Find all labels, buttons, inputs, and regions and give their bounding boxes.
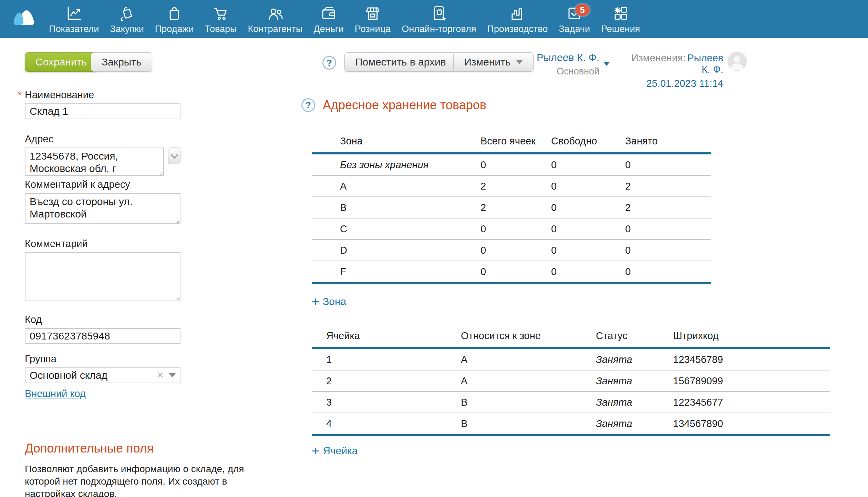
zone-total-cells: 2 bbox=[480, 175, 551, 197]
zones-table: Зона Всего ячеек Свободно Занято Без зон… bbox=[312, 132, 711, 284]
additional-fields-title: Дополнительные поля bbox=[25, 442, 180, 455]
cell-number: 3 bbox=[312, 392, 461, 413]
nav-item-online-trade[interactable]: Онлайн-торговля bbox=[396, 0, 482, 34]
user-name[interactable]: Рылеев К. Ф. bbox=[537, 52, 599, 63]
zones-col-zone: Зона bbox=[312, 132, 480, 153]
add-zone-label: Зона bbox=[323, 296, 346, 307]
help-icon[interactable]: ? bbox=[322, 56, 336, 70]
zone-occupied-cells: 2 bbox=[625, 175, 711, 197]
cell-status: Занята bbox=[596, 348, 673, 370]
name-field-group: *Наименование bbox=[25, 90, 180, 119]
code-label: Код bbox=[25, 314, 180, 325]
save-button[interactable]: Сохранить bbox=[25, 52, 97, 72]
cell-status: Занята bbox=[596, 370, 673, 392]
group-combobox[interactable]: Основной склад ✕ bbox=[25, 367, 180, 383]
address-textarea[interactable]: 12345678, Россия, Московская обл, г Дмит… bbox=[25, 148, 164, 176]
cell-row[interactable]: 2 A Занята 156789099 bbox=[312, 370, 830, 392]
nav-label: Продажи bbox=[155, 23, 194, 34]
nav-item-sales[interactable]: Продажи bbox=[149, 0, 199, 34]
cell-status: Занята bbox=[596, 413, 673, 435]
zone-occupied-cells: 0 bbox=[625, 240, 711, 261]
close-button[interactable]: Закрыть bbox=[91, 52, 152, 72]
person-icon bbox=[727, 52, 747, 71]
zone-occupied-cells: 0 bbox=[625, 218, 711, 240]
nav-item-goods[interactable]: Товары bbox=[199, 0, 242, 34]
zone-free-cells: 0 bbox=[551, 153, 625, 175]
nav-label: Решения bbox=[601, 23, 640, 34]
cell-barcode: 123456789 bbox=[673, 348, 830, 370]
zone-row[interactable]: B 2 0 2 bbox=[312, 197, 711, 218]
chevron-down-icon[interactable] bbox=[169, 373, 176, 377]
address-field-group: Адрес 12345678, Россия, Московская обл, … bbox=[25, 134, 180, 176]
zone-row[interactable]: C 0 0 0 bbox=[312, 218, 711, 240]
code-input[interactable] bbox=[25, 328, 180, 344]
nav-item-purchases[interactable]: Закупки bbox=[104, 0, 149, 34]
app-logo[interactable] bbox=[12, 8, 39, 30]
tasks-count-badge: 5 bbox=[575, 4, 590, 16]
external-code-link[interactable]: Внешний код bbox=[25, 388, 86, 399]
add-cell-link[interactable]: + Ячейка bbox=[312, 445, 358, 457]
zone-free-cells: 0 bbox=[551, 240, 625, 261]
chevron-down-icon bbox=[171, 151, 178, 158]
nav-label: Товары bbox=[205, 23, 237, 34]
edit-dropdown-button[interactable]: Изменить bbox=[453, 52, 534, 72]
zone-row[interactable]: A 2 0 2 bbox=[312, 175, 711, 197]
avatar[interactable] bbox=[727, 52, 747, 71]
zone-row[interactable]: Без зоны хранения 0 0 0 bbox=[312, 153, 711, 175]
storage-section-title: Адресное хранение товаров bbox=[323, 98, 486, 112]
plus-icon: + bbox=[312, 446, 319, 456]
zones-col-free: Свободно bbox=[551, 132, 625, 153]
cells-col-barcode: Штрихкод bbox=[673, 327, 830, 348]
chevron-down-icon bbox=[516, 60, 523, 64]
zone-name: C bbox=[312, 218, 480, 240]
address-comment-textarea[interactable]: Въезд со стороны ул. Мартовской bbox=[25, 193, 180, 224]
nav-item-tasks[interactable]: 5 Задачи bbox=[553, 0, 596, 34]
top-nav-bar: Показатели Закупки Продажи bbox=[0, 0, 868, 38]
address-label: Адрес bbox=[25, 134, 180, 144]
address-expand-button[interactable] bbox=[168, 148, 180, 164]
help-icon[interactable]: ? bbox=[301, 98, 315, 112]
name-input[interactable] bbox=[25, 103, 180, 119]
additional-fields-section: Дополнительные поля Позволяют добавить и… bbox=[25, 442, 180, 497]
nav-item-money[interactable]: Деньги bbox=[308, 0, 349, 34]
zone-name: B bbox=[312, 197, 480, 218]
zone-occupied-cells: 0 bbox=[625, 261, 711, 283]
cell-barcode: 134567890 bbox=[673, 413, 830, 435]
zone-occupied-cells: 0 bbox=[625, 153, 711, 175]
cell-row[interactable]: 1 A Занята 123456789 bbox=[312, 348, 830, 370]
zone-free-cells: 0 bbox=[551, 218, 625, 240]
group-field-group: Группа Основной склад ✕ bbox=[25, 354, 180, 383]
archive-button[interactable]: Поместить в архив bbox=[344, 52, 457, 72]
clear-icon[interactable]: ✕ bbox=[156, 370, 164, 381]
nav-item-solutions[interactable]: Решения bbox=[596, 0, 645, 34]
main-navigation: Показатели Закупки Продажи bbox=[43, 0, 645, 38]
cell-row[interactable]: 4 B Занята 134567890 bbox=[312, 413, 830, 435]
zone-occupied-cells: 2 bbox=[625, 197, 711, 218]
cell-row[interactable]: 3 B Занята 122345677 bbox=[312, 392, 830, 413]
cells-table: Ячейка Относится к зоне Статус Штрихкод … bbox=[312, 327, 830, 436]
cell-zone: A bbox=[461, 370, 596, 392]
zone-total-cells: 2 bbox=[480, 197, 551, 218]
chevron-down-icon[interactable] bbox=[603, 62, 610, 66]
zone-row[interactable]: D 0 0 0 bbox=[312, 240, 711, 261]
changes-author-link[interactable]: Рылеев К. Ф. bbox=[687, 52, 723, 75]
user-menu[interactable]: Рылеев К. Ф. bbox=[530, 52, 610, 63]
nav-label: Показатели bbox=[49, 23, 99, 34]
nav-item-production[interactable]: Производство bbox=[482, 0, 553, 34]
zone-total-cells: 0 bbox=[480, 153, 551, 175]
comment-textarea[interactable] bbox=[25, 252, 180, 301]
add-zone-link[interactable]: + Зона bbox=[312, 296, 346, 307]
comment-label: Комментарий bbox=[25, 239, 180, 249]
cell-number: 1 bbox=[312, 348, 461, 370]
nav-item-counterparties[interactable]: Контрагенты bbox=[242, 0, 308, 34]
cell-zone: B bbox=[461, 392, 596, 413]
storefront-icon bbox=[363, 4, 383, 23]
current-user-block: Рылеев К. Ф. Основной bbox=[530, 52, 610, 77]
zone-row[interactable]: F 0 0 0 bbox=[312, 261, 711, 283]
code-field-group: Код bbox=[25, 314, 180, 344]
cell-zone: B bbox=[461, 413, 596, 435]
nav-item-retail[interactable]: Розница bbox=[349, 0, 396, 34]
zones-table-header-row: Зона Всего ячеек Свободно Занято bbox=[312, 132, 711, 153]
zone-name: F bbox=[312, 261, 480, 283]
nav-item-indicators[interactable]: Показатели bbox=[43, 0, 104, 34]
